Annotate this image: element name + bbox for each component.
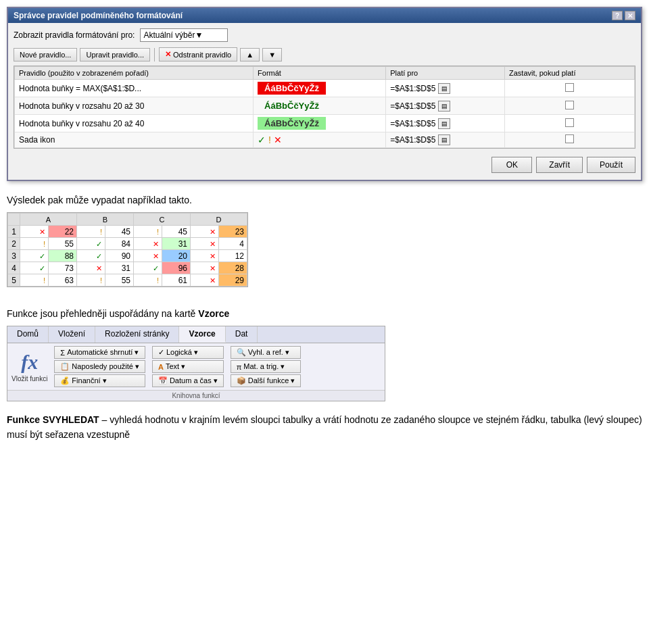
sp-cell: 55 — [49, 238, 77, 250]
col-rule-header: Pravidlo (použito v zobrazeném pořadí) — [15, 67, 254, 80]
stop-checkbox[interactable] — [565, 101, 574, 109]
logical-button[interactable]: ✓ Logická ▾ — [152, 346, 224, 359]
sp-cell: ! — [77, 226, 105, 238]
edit-rule-button[interactable]: Upravit pravidlo... — [80, 48, 150, 61]
exclamation-icon: ! — [157, 228, 159, 236]
bottom-text: Funkce SVYHLEDAT – vyhledá hodnotu v kra… — [7, 412, 642, 443]
rules-toolbar: Nové pravidlo... Upravit pravidlo... ✕ O… — [14, 47, 635, 61]
sp-row: 2 ! 55 ✓ 84 ✕ 31 ✕ 4 — [8, 238, 247, 250]
stop-cell — [505, 115, 635, 132]
close-dialog-button[interactable]: Zavřít — [536, 157, 583, 173]
sp-cell: ✕ — [191, 226, 219, 238]
lookup-button[interactable]: 🔍 Vyhl. a ref. ▾ — [231, 346, 302, 359]
apply-button[interactable]: Použít — [587, 157, 635, 173]
move-up-button[interactable]: ▲ — [240, 48, 260, 61]
lookup-icon: 🔍 — [237, 348, 246, 357]
sp-row: 5 ! 63 ! 55 ! 61 ✕ 29 — [8, 274, 247, 287]
show-rules-value: Aktuální výběr — [143, 30, 195, 40]
sp-cell: 61 — [162, 274, 191, 287]
table-row[interactable]: Hodnota buňky = MAX($A$1:$D... ÁáBbČčYyŽ… — [15, 80, 635, 97]
tab-domu[interactable]: Domů — [7, 326, 49, 343]
dialog-buttons: OK Zavřít Použít — [14, 154, 635, 174]
tab-data[interactable]: Dat — [226, 326, 258, 343]
range-picker-button[interactable]: ▤ — [438, 101, 450, 112]
applies-cell: =$A$1:$D$5 ▤ — [386, 115, 505, 132]
sp-cell: 12 — [219, 250, 247, 262]
more-functions-button[interactable]: 📦 Další funkce ▾ — [231, 374, 302, 387]
range-picker-button[interactable]: ▤ — [438, 118, 450, 129]
cross-icon: ✕ — [210, 276, 216, 284]
tab-rozlozeni[interactable]: Rozložení stránky — [95, 326, 179, 343]
range-cell: =$A$1:$D$5 ▤ — [390, 134, 500, 145]
exclamation-icon: ! — [100, 228, 102, 236]
exclamation-icon: ! — [100, 276, 102, 284]
stop-checkbox[interactable] — [565, 83, 574, 92]
ribbon-tabs: Domů Vložení Rozložení stránky Vzorce Da… — [7, 326, 385, 343]
autosum-button[interactable]: Σ Automatické shrnutí ▾ — [54, 346, 145, 359]
format-cell: ÁáBbČčYyŽž — [254, 115, 386, 132]
stop-cell — [505, 97, 635, 115]
text-icon: A — [158, 363, 164, 371]
ok-button[interactable]: OK — [491, 157, 532, 173]
cross-icon: ✕ — [210, 264, 216, 272]
dropdown-arrow-icon: ▼ — [195, 30, 203, 40]
range-picker-button[interactable]: ▤ — [438, 134, 450, 145]
sp-cell: 22 — [49, 226, 77, 238]
insert-function-label: Vložit funkci — [11, 375, 47, 382]
sp-cell: 29 — [219, 274, 247, 287]
table-row[interactable]: Hodnota buňky v rozsahu 20 až 40 ÁáBbČčY… — [15, 115, 635, 132]
sigma-icon: Σ — [60, 349, 65, 357]
show-rules-dropdown[interactable]: Aktuální výběr ▼ — [140, 28, 228, 42]
math-button[interactable]: π Mat. a trig. ▾ — [231, 360, 302, 373]
dialog-titlebar: Správce pravidel podmíněného formátování… — [8, 8, 641, 23]
delete-rule-button[interactable]: ✕ Odstranit pravidlo — [159, 47, 237, 61]
col-stop-header: Zastavit, pokud platí — [505, 67, 635, 80]
stop-checkbox[interactable] — [565, 118, 574, 127]
functions-text-part1: Funkce jsou přehledněji uspořádány na ka… — [7, 308, 198, 319]
fx-icon: fx — [21, 351, 38, 374]
sp-cell: ✕ — [20, 226, 49, 238]
stop-checkbox[interactable] — [565, 134, 574, 143]
sp-cell: ! — [20, 238, 49, 250]
financial-button[interactable]: 💰 Finanční ▾ — [54, 374, 145, 387]
move-down-button[interactable]: ▼ — [262, 48, 282, 61]
col-a-header: A — [20, 214, 77, 226]
checkmark-icon: ✓ — [153, 264, 159, 272]
close-button[interactable]: ✕ — [625, 11, 635, 20]
financial-icon: 💰 — [60, 376, 70, 385]
sp-cell: 88 — [49, 250, 77, 262]
insert-function-group: fx Vložit funkci — [11, 351, 47, 382]
sp-cell: 63 — [49, 274, 77, 287]
help-button[interactable]: ? — [612, 11, 623, 20]
corner-header — [8, 214, 20, 226]
range-picker-button[interactable]: ▤ — [438, 83, 450, 94]
format-cell: ÁáBbČčYyŽž — [254, 80, 386, 97]
ribbon-footer: Knihovna funkcí — [7, 390, 385, 401]
text-button[interactable]: A Text ▾ — [152, 360, 224, 373]
tab-vzorce[interactable]: Vzorce — [179, 326, 225, 343]
recently-used-button[interactable]: 📋 Naposledy použité ▾ — [54, 360, 145, 373]
sp-cell: 96 — [162, 262, 191, 274]
functions-text-bold: Vzorce — [198, 308, 229, 319]
cross-icon: ✕ — [39, 228, 45, 236]
dialog-body: Zobrazit pravidla formátování pro: Aktuá… — [8, 23, 641, 180]
new-rule-button[interactable]: Nové pravidlo... — [14, 48, 77, 61]
rule-cell: Hodnota buňky v rozsahu 20 až 40 — [15, 115, 254, 132]
sp-cell: ✓ — [77, 238, 105, 250]
sp-cell: ✓ — [20, 262, 49, 274]
table-row[interactable]: Sada ikon ✓ ! ✕ =$A$1:$D$5 ▤ — [15, 132, 635, 148]
sp-row: 1 ✕ 22 ! 45 ! 45 ✕ 23 — [8, 226, 247, 238]
tab-vlozeni[interactable]: Vložení — [49, 326, 95, 343]
sp-row: 3 ✓ 88 ✓ 90 ✕ 20 ✕ 12 — [8, 250, 247, 262]
show-rules-label: Zobrazit pravidla formátování pro: — [14, 30, 135, 40]
sp-cell: 4 — [219, 238, 247, 250]
cross-icon: ✕ — [153, 240, 159, 248]
spreadsheet-preview: A B C D 1 ✕ 22 ! 45 ! 45 ✕ 23 2 ! — [7, 212, 248, 287]
range-value: =$A$1:$D$5 — [390, 135, 435, 145]
table-row[interactable]: Hodnota buňky v rozsahu 20 až 30 ÁáBbČčY… — [15, 97, 635, 115]
format-cell: ÁáBbČčYyŽž — [254, 97, 386, 115]
stop-cell — [505, 132, 635, 148]
sp-cell: ✓ — [20, 250, 49, 262]
sp-cell: ✕ — [134, 238, 162, 250]
datetime-button[interactable]: 📅 Datum a čas ▾ — [152, 374, 224, 387]
